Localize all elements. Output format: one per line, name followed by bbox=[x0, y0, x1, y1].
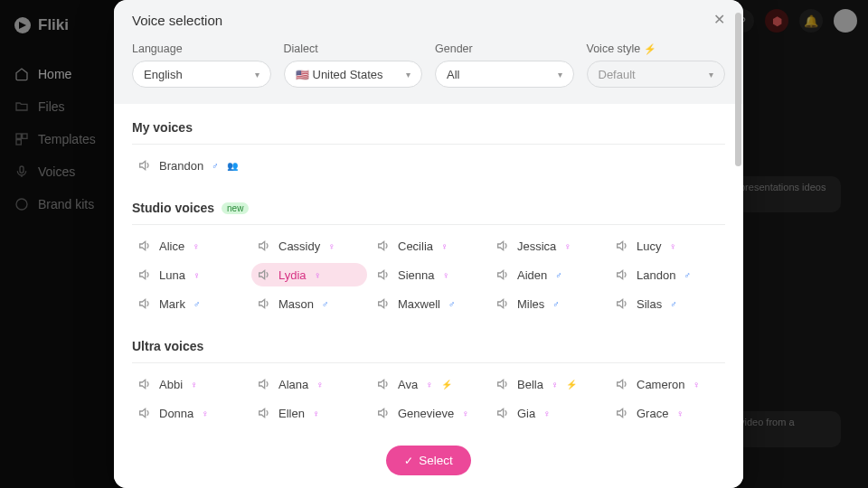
voice-name: Genevieve bbox=[398, 407, 454, 420]
modal-footer: ✓Select bbox=[114, 435, 743, 488]
voice-item[interactable]: Maxwell♂ bbox=[371, 292, 486, 315]
voice-item[interactable]: Silas♂ bbox=[609, 292, 725, 315]
voice-item[interactable]: Abbi♀ bbox=[132, 372, 248, 396]
speaker-icon[interactable] bbox=[257, 377, 271, 391]
voice-item[interactable]: Aiden♂ bbox=[490, 263, 606, 286]
speaker-icon[interactable] bbox=[137, 296, 152, 311]
gender-icon: ♀ bbox=[202, 408, 209, 418]
voice-item[interactable]: Miles♂ bbox=[490, 292, 606, 315]
voice-item[interactable]: Luna♀ bbox=[132, 263, 248, 286]
speaker-icon[interactable] bbox=[376, 377, 391, 391]
lightning-icon: ⚡ bbox=[644, 43, 656, 54]
speaker-icon[interactable] bbox=[615, 296, 629, 311]
voice-item[interactable]: Ellen♀ bbox=[251, 401, 367, 425]
voice-item[interactable]: Grace♀ bbox=[609, 401, 725, 425]
filter-label: Voice style ⚡ bbox=[587, 42, 726, 55]
speaker-icon[interactable] bbox=[495, 296, 510, 311]
voice-item[interactable]: Jessica♀ bbox=[490, 234, 606, 258]
language-select[interactable]: English▾ bbox=[132, 61, 271, 88]
section-title: Studio voices bbox=[132, 201, 214, 215]
voice-item[interactable]: Landon♂ bbox=[609, 263, 725, 286]
voice-name: Mason bbox=[278, 297, 314, 311]
speaker-icon[interactable] bbox=[137, 158, 152, 173]
voice-item[interactable]: Mark♂ bbox=[132, 292, 248, 315]
chevron-down-icon: ▾ bbox=[255, 70, 259, 80]
scrollbar[interactable] bbox=[735, 13, 741, 166]
modal-body[interactable]: My voices Brandon♂👥 Studio voicesnew Ali… bbox=[114, 104, 743, 435]
filter-label: Dialect bbox=[284, 42, 423, 55]
speaker-icon[interactable] bbox=[495, 406, 510, 420]
speaker-icon[interactable] bbox=[376, 406, 391, 420]
voice-item[interactable]: Cassidy♀ bbox=[251, 234, 367, 258]
gender-icon: ⚡ bbox=[441, 380, 452, 389]
voice-item[interactable]: Cecilia♀ bbox=[371, 234, 486, 258]
speaker-icon[interactable] bbox=[137, 239, 152, 253]
voice-item[interactable]: Donna♀ bbox=[132, 401, 248, 425]
voice-name: Brandon bbox=[159, 159, 203, 173]
select-value: 🇺🇸United States bbox=[296, 68, 383, 81]
voice-name: Landon bbox=[637, 268, 675, 282]
my-voices-section: My voices Brandon♂👥 bbox=[132, 104, 725, 184]
speaker-icon[interactable] bbox=[495, 377, 510, 391]
filter-label: Language bbox=[132, 42, 271, 55]
select-button[interactable]: ✓Select bbox=[386, 446, 471, 475]
speaker-icon[interactable] bbox=[257, 296, 271, 311]
speaker-icon[interactable] bbox=[257, 406, 271, 420]
voice-item[interactable]: Cameron♀ bbox=[609, 372, 725, 396]
speaker-icon[interactable] bbox=[137, 377, 152, 391]
speaker-icon[interactable] bbox=[376, 296, 391, 311]
voice-name: Cecilia bbox=[398, 239, 433, 253]
speaker-icon[interactable] bbox=[615, 239, 629, 253]
voice-item[interactable]: Sienna♀ bbox=[371, 263, 486, 286]
section-title: My voices bbox=[132, 120, 193, 135]
gender-icon: ♀ bbox=[552, 380, 559, 389]
voice-item[interactable]: Brandon♂👥 bbox=[132, 154, 248, 177]
speaker-icon[interactable] bbox=[615, 406, 629, 420]
speaker-icon[interactable] bbox=[495, 239, 510, 253]
voice-name: Alana bbox=[278, 378, 308, 391]
speaker-icon[interactable] bbox=[257, 239, 271, 253]
voice-name: Gia bbox=[517, 407, 535, 420]
voice-item[interactable]: Alice♀ bbox=[132, 234, 248, 258]
speaker-icon[interactable] bbox=[376, 239, 391, 253]
speaker-icon[interactable] bbox=[615, 377, 629, 391]
gender-icon: ♀ bbox=[328, 241, 335, 251]
voice-name: Alice bbox=[159, 239, 184, 253]
speaker-icon[interactable] bbox=[137, 406, 152, 420]
close-icon[interactable]: ✕ bbox=[713, 13, 725, 27]
speaker-icon[interactable] bbox=[615, 267, 629, 282]
voice-selection-modal: Voice selection ✕ Language English▾ Dial… bbox=[114, 0, 743, 488]
voice-name: Maxwell bbox=[398, 297, 440, 311]
speaker-icon[interactable] bbox=[376, 267, 391, 282]
voice-item[interactable]: Mason♂ bbox=[251, 292, 367, 315]
gender-icon: ♂ bbox=[212, 161, 219, 171]
gender-icon: ♂ bbox=[552, 299, 560, 309]
voice-item[interactable]: Gia♀ bbox=[490, 401, 606, 425]
speaker-icon[interactable] bbox=[257, 267, 271, 282]
voice-name: Grace bbox=[637, 407, 668, 420]
check-icon: ✓ bbox=[404, 455, 413, 467]
voice-item[interactable]: Lydia♀ bbox=[251, 263, 367, 286]
voice-name: Sienna bbox=[398, 268, 434, 282]
gender-icon: ♀ bbox=[193, 270, 201, 280]
voice-item[interactable]: Lucy♀ bbox=[609, 234, 725, 258]
voice-style-select[interactable]: Default▾ bbox=[587, 61, 726, 88]
voice-name: Ellen bbox=[278, 407, 305, 420]
gender-icon: ♀ bbox=[193, 241, 200, 251]
gender-icon: ♀ bbox=[693, 380, 700, 389]
dialect-select[interactable]: 🇺🇸United States▾ bbox=[284, 61, 423, 88]
gender-icon: ♂ bbox=[193, 299, 201, 309]
voice-name: Mark bbox=[159, 297, 185, 311]
voice-item[interactable]: Alana♀ bbox=[251, 372, 367, 396]
voice-item[interactable]: Genevieve♀ bbox=[371, 401, 486, 425]
select-button-label: Select bbox=[419, 454, 453, 467]
voice-name: Ava bbox=[398, 378, 418, 391]
gender-icon: ♂ bbox=[670, 299, 677, 309]
speaker-icon[interactable] bbox=[137, 267, 152, 282]
voice-item[interactable]: Bella♀⚡ bbox=[490, 372, 606, 396]
new-badge: new bbox=[222, 202, 249, 214]
speaker-icon[interactable] bbox=[495, 267, 510, 282]
gender-icon: ♀ bbox=[313, 408, 320, 418]
voice-item[interactable]: Ava♀⚡ bbox=[371, 372, 486, 396]
gender-select[interactable]: All▾ bbox=[435, 61, 574, 88]
